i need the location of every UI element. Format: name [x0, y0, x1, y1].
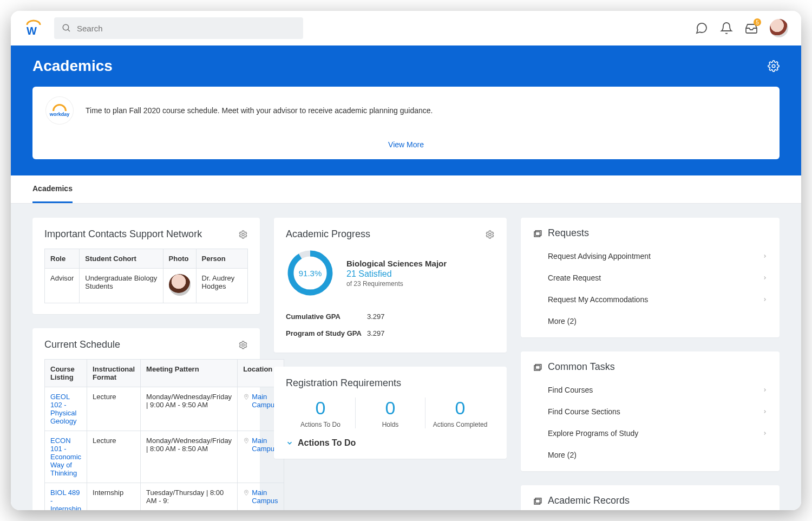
section-item-label: Find Course Sections	[548, 407, 620, 416]
gpa-row: Program of Study GPA 3.297	[286, 325, 495, 342]
announcement-text: Time to plan Fall 2020 course schedule. …	[86, 106, 433, 115]
search-input[interactable]	[77, 24, 296, 33]
academic-records-section: Academic Records View My Courses	[521, 485, 780, 510]
stack-icon	[533, 362, 542, 372]
middle-column: Academic Progress 91.3%	[274, 218, 507, 459]
section-item[interactable]: Explore Programs of Study	[533, 422, 768, 444]
section-item-label: More (2)	[548, 317, 577, 325]
cell-photo	[163, 269, 196, 303]
stack-icon	[533, 229, 542, 238]
cell-course[interactable]: GEOL 102 - Physical Geology	[45, 387, 87, 431]
common-tasks-section: Common Tasks Find CoursesFind Course Sec…	[521, 351, 780, 471]
gpa-value: 3.297	[367, 312, 385, 321]
academic-records-title: Academic Records	[548, 495, 630, 506]
svg-point-9	[489, 233, 492, 236]
gear-icon[interactable]	[768, 60, 780, 72]
progress-card: Academic Progress 91.3%	[274, 218, 507, 353]
reg-label: Actions To Do	[286, 421, 355, 428]
reg-number: 0	[286, 398, 355, 419]
location-pin-icon	[243, 438, 250, 445]
progress-donut: 91.3%	[286, 249, 335, 297]
gear-icon[interactable]	[238, 230, 248, 239]
right-column: Requests Request Advising AppointmentCre…	[521, 218, 780, 510]
table-row: ECON 101 - Economic Way of ThinkingLectu…	[45, 431, 284, 483]
gpa-value: 3.297	[367, 329, 385, 337]
section-item-label: Find Courses	[548, 386, 593, 394]
inbox-badge: 5	[754, 18, 761, 26]
gear-icon[interactable]	[485, 230, 495, 239]
cell-course[interactable]: ECON 101 - Economic Way of Thinking	[45, 431, 87, 483]
requests-section: Requests Request Advising AppointmentCre…	[521, 218, 780, 337]
schedule-card: Current Schedule Course Listing Instruct…	[32, 328, 260, 510]
view-more-link[interactable]: View More	[388, 140, 424, 149]
chevron-right-icon	[762, 387, 768, 393]
progress-title: Academic Progress	[286, 229, 370, 240]
svg-text:W: W	[27, 25, 37, 37]
requests-title: Requests	[548, 227, 589, 239]
topbar-icons: 5	[695, 19, 788, 37]
tab-academics[interactable]: Academics	[32, 175, 73, 203]
section-item[interactable]: Request Advising Appointment	[533, 245, 768, 267]
reg-number: 0	[425, 398, 495, 419]
svg-point-8	[246, 491, 247, 493]
section-item-label: Create Request	[548, 273, 601, 282]
section-item-label: Request My Accommodations	[548, 295, 648, 304]
section-item-label: Explore Programs of Study	[548, 429, 638, 438]
progress-reqs: of 23 Requirements	[346, 280, 447, 288]
chevron-down-icon	[286, 439, 293, 447]
th-course: Course Listing	[45, 360, 87, 387]
bell-icon[interactable]	[720, 22, 733, 35]
gpa-label: Cumulative GPA	[286, 312, 367, 321]
location-pin-icon	[243, 490, 250, 497]
contacts-table: Role Student Cohort Photo Person Advisor…	[44, 249, 248, 303]
cell-cohort: Undergraduate Biology Students	[80, 269, 163, 303]
workday-logo[interactable]: W	[24, 18, 43, 38]
section-item[interactable]: More (2)	[533, 310, 768, 332]
search-box[interactable]	[54, 17, 303, 39]
schedule-title: Current Schedule	[44, 339, 120, 350]
chevron-right-icon	[762, 275, 768, 281]
dashboard-body: Important Contacts Support Network Role …	[11, 204, 801, 510]
inbox-icon[interactable]: 5	[745, 22, 758, 35]
avatar[interactable]	[770, 19, 788, 37]
th-format: Instructional Format	[87, 360, 141, 387]
actions-to-do-toggle[interactable]: Actions To Do	[286, 438, 495, 448]
location-pin-icon	[243, 394, 250, 401]
th-cohort: Student Cohort	[80, 249, 163, 269]
svg-point-1	[63, 24, 69, 30]
gpa-row: Cumulative GPA 3.297	[286, 308, 495, 325]
cell-format: Lecture	[87, 431, 141, 483]
section-item[interactable]: Request My Accommodations	[533, 289, 768, 310]
th-person: Person	[196, 249, 247, 269]
reg-item[interactable]: 0Holds	[355, 398, 425, 428]
cell-pattern: Monday/Wednesday/Friday | 8:00 AM - 8:50…	[141, 431, 238, 483]
table-row: GEOL 102 - Physical GeologyLectureMonday…	[45, 387, 284, 431]
reg-item[interactable]: 0Actions Completed	[425, 398, 495, 428]
gear-icon[interactable]	[238, 340, 248, 350]
cell-location[interactable]: Main Campus	[238, 483, 284, 511]
stack-icon	[533, 496, 542, 506]
workday-badge-icon: workday	[45, 96, 74, 125]
gpa-label: Program of Study GPA	[286, 329, 367, 337]
reg-item[interactable]: 0Actions To Do	[286, 398, 355, 428]
cell-course[interactable]: BIOL 489 - Internship in	[45, 483, 87, 511]
progress-satisfied: 21 Satisfied	[346, 269, 447, 279]
reg-number: 0	[356, 398, 425, 419]
registration-title: Registration Requirements	[286, 377, 401, 389]
reg-label: Holds	[356, 421, 425, 428]
person-photo	[169, 274, 191, 296]
section-item[interactable]: More (2)	[533, 444, 768, 466]
schedule-table: Course Listing Instructional Format Meet…	[44, 359, 284, 510]
chat-icon[interactable]	[695, 22, 708, 35]
section-item[interactable]: Find Course Sections	[533, 401, 768, 422]
search-icon	[62, 23, 71, 33]
progress-major: Biological Sciences Major	[346, 259, 447, 268]
section-item[interactable]: Create Request	[533, 267, 768, 289]
th-pattern: Meeting Pattern	[141, 360, 238, 387]
chevron-right-icon	[762, 297, 768, 302]
section-item[interactable]: Find Courses	[533, 379, 768, 401]
table-row: BIOL 489 - Internship inInternshipTuesda…	[45, 483, 284, 511]
table-row: Advisor Undergraduate Biology Students D…	[45, 269, 248, 303]
cell-role: Advisor	[45, 269, 80, 303]
page-title: Academics	[32, 57, 113, 75]
